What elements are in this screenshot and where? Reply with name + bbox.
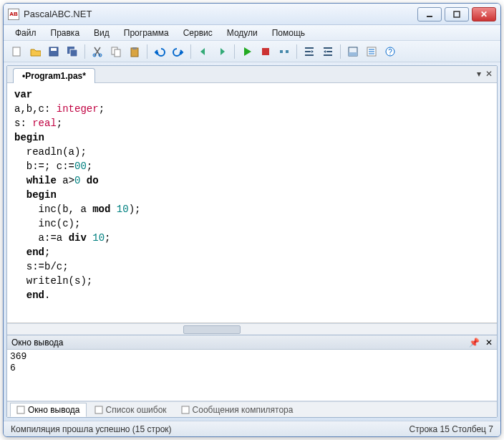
redo-icon bbox=[173, 46, 184, 57]
svg-rect-12 bbox=[132, 47, 137, 49]
close-button[interactable]: ✕ bbox=[472, 7, 496, 21]
menu-вид[interactable]: Вид bbox=[88, 27, 115, 39]
indent-right-button[interactable] bbox=[319, 43, 336, 60]
paste-button[interactable] bbox=[126, 43, 143, 60]
toolbar-separator bbox=[296, 44, 297, 59]
client-area: •Program1.pas* ▾ ✕ var a,b,c: integer; s… bbox=[6, 65, 498, 418]
bottom-tab-сообщения-компилятора[interactable]: Сообщения компилятора bbox=[175, 403, 300, 417]
save-all-icon bbox=[67, 46, 78, 57]
step-button[interactable] bbox=[276, 43, 293, 60]
toolbar-separator bbox=[234, 44, 235, 59]
menu-модули[interactable]: Модули bbox=[221, 27, 263, 39]
tab-label: Список ошибок bbox=[106, 405, 167, 415]
nav-fwd-icon bbox=[216, 46, 228, 57]
svg-rect-2 bbox=[13, 47, 20, 56]
minimize-button[interactable] bbox=[417, 7, 442, 21]
indent-left-button[interactable] bbox=[301, 43, 318, 60]
code-editor[interactable]: var a,b,c: integer; s: real; begin readl… bbox=[7, 83, 497, 323]
tab-icon bbox=[94, 406, 103, 414]
nav-back-button[interactable] bbox=[195, 43, 212, 60]
menubar: ФайлПравкаВидПрограммаСервисМодулиПомощь bbox=[4, 25, 500, 41]
tab-label: Сообщения компилятора bbox=[193, 405, 294, 415]
toolbar-separator bbox=[84, 44, 85, 59]
app-window: AB PascalABC.NET ✕ ФайлПравкаВидПрограмм… bbox=[3, 3, 501, 437]
svg-rect-10 bbox=[115, 49, 120, 57]
menu-помощь[interactable]: Помощь bbox=[266, 27, 311, 39]
new-file-button[interactable] bbox=[8, 43, 25, 60]
pin-icon[interactable]: 📌 bbox=[469, 338, 480, 348]
bottom-tabbar: Окно выводаСписок ошибокСообщения компил… bbox=[7, 401, 497, 417]
status-left: Компиляция прошла успешно (15 строк) bbox=[11, 424, 172, 434]
undo-button[interactable] bbox=[151, 43, 168, 60]
tab-close-icon[interactable]: ✕ bbox=[485, 69, 493, 79]
menu-сервис[interactable]: Сервис bbox=[178, 27, 218, 39]
stop-button[interactable] bbox=[257, 43, 274, 60]
tab-icon bbox=[181, 406, 190, 414]
svg-text:?: ? bbox=[388, 48, 392, 56]
tab-dropdown-icon[interactable]: ▾ bbox=[477, 69, 481, 79]
output-header: Окно вывода 📌 ✕ bbox=[7, 335, 497, 350]
svg-rect-23 bbox=[182, 406, 189, 413]
scrollbar-thumb[interactable] bbox=[183, 325, 241, 334]
help-button[interactable]: ? bbox=[382, 43, 399, 60]
app-icon: AB bbox=[8, 9, 19, 20]
statusbar: Компиляция прошла успешно (15 строк) Стр… bbox=[4, 421, 500, 436]
toolbar: ? bbox=[4, 41, 500, 62]
new-file-icon bbox=[11, 46, 22, 57]
output-close-icon[interactable]: ✕ bbox=[485, 338, 493, 348]
save-icon bbox=[48, 46, 59, 57]
step-icon bbox=[278, 46, 290, 57]
tab-label: Окно вывода bbox=[28, 405, 80, 415]
svg-rect-15 bbox=[286, 50, 289, 53]
toggle-panel-button[interactable] bbox=[344, 43, 362, 60]
svg-rect-22 bbox=[95, 406, 102, 413]
toolbar-separator bbox=[340, 44, 341, 59]
horizontal-scrollbar[interactable] bbox=[7, 323, 497, 335]
svg-rect-1 bbox=[454, 11, 460, 17]
svg-rect-4 bbox=[51, 48, 57, 51]
run-button[interactable] bbox=[238, 43, 256, 60]
toolbar-separator bbox=[147, 44, 147, 59]
toggle-panel-icon bbox=[347, 46, 359, 57]
menu-программа[interactable]: Программа bbox=[118, 27, 175, 39]
menu-файл[interactable]: Файл bbox=[9, 27, 42, 39]
cut-button[interactable] bbox=[89, 43, 106, 60]
tab-icon bbox=[16, 406, 25, 414]
open-file-icon bbox=[29, 46, 41, 57]
svg-rect-21 bbox=[17, 406, 24, 413]
bottom-tab-окно-вывода[interactable]: Окно вывода bbox=[10, 403, 87, 417]
window-title: PascalABC.NET bbox=[24, 9, 417, 19]
titlebar: AB PascalABC.NET ✕ bbox=[4, 4, 500, 25]
svg-rect-13 bbox=[262, 48, 269, 55]
copy-icon bbox=[110, 46, 122, 57]
indent-left-icon bbox=[304, 46, 315, 57]
output-body[interactable]: 369 6 bbox=[7, 350, 497, 401]
menu-правка[interactable]: Правка bbox=[45, 27, 86, 39]
run-icon bbox=[241, 46, 253, 57]
open-file-button[interactable] bbox=[26, 43, 44, 60]
save-button[interactable] bbox=[45, 43, 62, 60]
stop-icon bbox=[260, 46, 271, 57]
nav-back-icon bbox=[198, 46, 209, 57]
cut-icon bbox=[92, 46, 103, 57]
help-icon: ? bbox=[384, 46, 396, 57]
indent-right-icon bbox=[322, 46, 334, 57]
tab-program1[interactable]: •Program1.pas* bbox=[13, 68, 95, 83]
redo-button[interactable] bbox=[170, 43, 187, 60]
nav-fwd-button[interactable] bbox=[213, 43, 231, 60]
status-right: Строка 15 Столбец 7 bbox=[410, 424, 493, 434]
maximize-button[interactable] bbox=[445, 7, 469, 21]
props-button[interactable] bbox=[363, 43, 380, 60]
svg-rect-14 bbox=[280, 50, 283, 53]
output-title: Окно вывода bbox=[11, 338, 469, 348]
paste-icon bbox=[129, 46, 140, 57]
props-icon bbox=[366, 46, 377, 57]
svg-rect-6 bbox=[70, 49, 77, 57]
copy-button[interactable] bbox=[107, 43, 125, 60]
toolbar-separator bbox=[190, 44, 191, 59]
undo-icon bbox=[154, 46, 165, 57]
svg-rect-17 bbox=[349, 52, 357, 56]
output-panel: Окно вывода 📌 ✕ 369 6 Окно выводаСписок … bbox=[7, 335, 497, 417]
bottom-tab-список-ошибок[interactable]: Список ошибок bbox=[88, 403, 173, 417]
save-all-button[interactable] bbox=[64, 43, 81, 60]
